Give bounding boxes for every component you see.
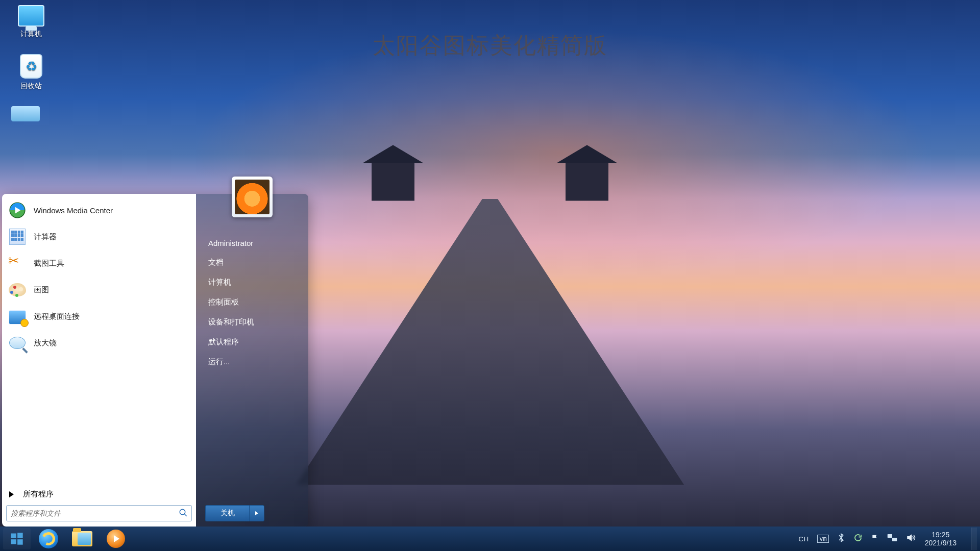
- start-item-calculator[interactable]: 计算器: [4, 223, 194, 250]
- start-right-default-programs[interactable]: 默认程序: [205, 332, 301, 352]
- recycle-bin-icon: [20, 54, 42, 79]
- start-item-paint[interactable]: 画图: [4, 277, 194, 303]
- start-right-run[interactable]: 运行...: [205, 352, 301, 372]
- search-icon[interactable]: [179, 508, 188, 519]
- start-right-control-panel[interactable]: 控制面板: [205, 292, 301, 312]
- monitor-icon: [18, 5, 44, 27]
- desktop-icon-recycle-bin[interactable]: 回收站: [8, 54, 54, 91]
- svg-rect-7: [17, 539, 22, 545]
- start-menu-right-pane: Administrator 文档 计算机 控制面板 设备和打印机 默认程序 运行…: [196, 194, 308, 527]
- scissors-icon: [8, 254, 27, 272]
- shutdown-button[interactable]: 关机: [205, 505, 249, 521]
- all-programs-label: 所有程序: [23, 489, 54, 499]
- desktop-icon-label: 回收站: [8, 82, 54, 91]
- flag-icon[interactable]: [871, 533, 879, 545]
- bluetooth-icon[interactable]: [837, 533, 845, 545]
- start-right-user[interactable]: Administrator: [205, 234, 301, 253]
- shutdown-options-button[interactable]: [249, 505, 264, 521]
- network-icon[interactable]: [887, 533, 897, 545]
- start-item-label: 远程桌面连接: [34, 312, 80, 321]
- start-menu: Windows Media Center 计算器 截图工具 画图 远程桌面连接: [2, 194, 308, 527]
- ie-icon: [39, 529, 58, 548]
- start-item-label: 计算器: [34, 232, 57, 242]
- taskbar-item-media-player[interactable]: [100, 528, 132, 549]
- desktop-icon-label: 计算机: [8, 30, 54, 39]
- svg-rect-4: [11, 534, 16, 538]
- start-item-snipping-tool[interactable]: 截图工具: [4, 250, 194, 277]
- start-item-label: 放大镜: [34, 338, 57, 348]
- desktop[interactable]: 太阳谷图标美化精简版 计算机 回收站 Windows Media Center: [0, 0, 980, 551]
- start-button[interactable]: [3, 528, 31, 549]
- show-desktop-button[interactable]: [971, 528, 977, 550]
- svg-rect-6: [11, 539, 16, 544]
- calculator-icon: [8, 228, 27, 246]
- user-avatar[interactable]: [232, 177, 273, 217]
- start-item-wmc[interactable]: Windows Media Center: [4, 197, 194, 223]
- svg-rect-5: [17, 533, 22, 538]
- taskbar: CH vm 19:25 2021/9/13: [0, 527, 980, 551]
- start-item-remote-desktop[interactable]: 远程桌面连接: [4, 303, 194, 330]
- start-item-label: 截图工具: [34, 259, 64, 268]
- ime-indicator[interactable]: CH: [798, 535, 809, 543]
- start-right-devices-printers[interactable]: 设备和打印机: [205, 312, 301, 332]
- svg-line-3: [184, 514, 187, 516]
- paint-icon: [8, 281, 27, 299]
- remote-desktop-icon: [8, 307, 27, 325]
- triangle-right-icon: [255, 511, 258, 515]
- desktop-icon-partial[interactable]: [11, 106, 40, 121]
- start-right-computer[interactable]: 计算机: [205, 272, 301, 292]
- clock-time: 19:25: [925, 531, 957, 539]
- svg-rect-8: [887, 534, 892, 538]
- svg-point-2: [180, 509, 185, 515]
- start-item-label: Windows Media Center: [34, 206, 113, 215]
- search-input[interactable]: [6, 505, 192, 521]
- start-item-magnifier[interactable]: 放大镜: [4, 330, 194, 356]
- taskbar-item-explorer[interactable]: [66, 528, 98, 549]
- volume-icon[interactable]: [905, 533, 916, 545]
- all-programs-button[interactable]: 所有程序: [4, 485, 194, 505]
- taskbar-item-ie[interactable]: [33, 528, 64, 549]
- wmc-icon: [8, 201, 27, 219]
- triangle-right-icon: [9, 491, 14, 497]
- windows-logo-icon: [10, 532, 24, 546]
- start-menu-left-pane: Windows Media Center 计算器 截图工具 画图 远程桌面连接: [2, 194, 196, 527]
- media-player-icon: [107, 530, 125, 548]
- svg-rect-9: [892, 538, 897, 541]
- clock-date: 2021/9/13: [925, 539, 957, 547]
- folder-icon: [72, 531, 92, 546]
- magnifier-icon: [8, 334, 27, 352]
- start-item-label: 画图: [34, 285, 49, 295]
- desktop-icon-computer[interactable]: 计算机: [8, 5, 54, 39]
- wallpaper-title: 太阳谷图标美化精简版: [0, 31, 980, 61]
- vm-tray-icon[interactable]: vm: [817, 535, 828, 543]
- sync-icon[interactable]: [853, 533, 863, 545]
- tray-clock[interactable]: 19:25 2021/9/13: [925, 531, 959, 547]
- start-right-documents[interactable]: 文档: [205, 253, 301, 272]
